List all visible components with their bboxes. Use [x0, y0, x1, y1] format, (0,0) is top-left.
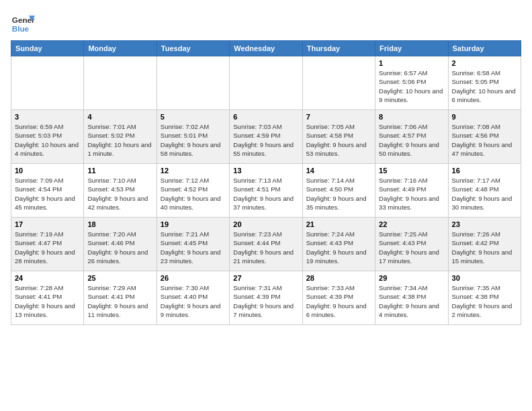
col-header-wednesday: Wednesday — [230, 41, 302, 56]
calendar-cell: 9Sunrise: 7:08 AM Sunset: 4:56 PM Daylig… — [448, 110, 521, 164]
calendar-cell: 28Sunrise: 7:33 AM Sunset: 4:39 PM Dayli… — [302, 271, 375, 325]
day-info: Sunrise: 6:58 AM Sunset: 5:05 PM Dayligh… — [452, 68, 517, 104]
calendar-week-3: 10Sunrise: 7:09 AM Sunset: 4:54 PM Dayli… — [11, 164, 521, 218]
calendar-cell: 15Sunrise: 7:16 AM Sunset: 4:49 PM Dayli… — [375, 164, 448, 218]
calendar-cell: 8Sunrise: 7:06 AM Sunset: 4:57 PM Daylig… — [375, 110, 448, 164]
day-info: Sunrise: 7:09 AM Sunset: 4:54 PM Dayligh… — [15, 176, 80, 212]
day-info: Sunrise: 7:17 AM Sunset: 4:48 PM Dayligh… — [452, 176, 517, 212]
col-header-saturday: Saturday — [448, 41, 521, 56]
calendar-cell: 20Sunrise: 7:23 AM Sunset: 4:44 PM Dayli… — [230, 218, 302, 271]
logo-icon: General Blue — [11, 11, 35, 35]
calendar-cell: 30Sunrise: 7:35 AM Sunset: 4:38 PM Dayli… — [448, 271, 521, 325]
calendar-cell — [84, 56, 157, 110]
calendar-cell: 12Sunrise: 7:12 AM Sunset: 4:52 PM Dayli… — [157, 164, 229, 218]
calendar-cell: 5Sunrise: 7:02 AM Sunset: 5:01 PM Daylig… — [157, 110, 229, 164]
day-number: 9 — [452, 113, 517, 121]
calendar-table: SundayMondayTuesdayWednesdayThursdayFrid… — [11, 40, 521, 325]
day-info: Sunrise: 7:29 AM Sunset: 4:41 PM Dayligh… — [87, 283, 152, 319]
calendar-cell: 26Sunrise: 7:30 AM Sunset: 4:40 PM Dayli… — [157, 271, 229, 325]
day-number: 13 — [233, 167, 298, 175]
calendar-cell — [157, 56, 229, 110]
day-number: 11 — [87, 167, 152, 175]
calendar-cell: 7Sunrise: 7:05 AM Sunset: 4:58 PM Daylig… — [302, 110, 375, 164]
day-number: 29 — [379, 274, 444, 282]
day-number: 26 — [161, 274, 226, 282]
day-number: 15 — [379, 167, 444, 175]
day-info: Sunrise: 7:01 AM Sunset: 5:02 PM Dayligh… — [87, 122, 152, 158]
day-info: Sunrise: 7:34 AM Sunset: 4:38 PM Dayligh… — [379, 283, 444, 319]
day-number: 24 — [15, 274, 80, 282]
calendar-cell: 1Sunrise: 6:57 AM Sunset: 5:06 PM Daylig… — [375, 56, 448, 110]
day-number: 1 — [379, 59, 444, 67]
day-info: Sunrise: 6:57 AM Sunset: 5:06 PM Dayligh… — [379, 68, 444, 104]
calendar-cell: 2Sunrise: 6:58 AM Sunset: 5:05 PM Daylig… — [448, 56, 521, 110]
day-number: 18 — [87, 220, 152, 228]
day-info: Sunrise: 7:28 AM Sunset: 4:41 PM Dayligh… — [15, 283, 80, 319]
day-number: 7 — [306, 113, 371, 121]
day-info: Sunrise: 7:02 AM Sunset: 5:01 PM Dayligh… — [161, 122, 226, 158]
day-number: 4 — [87, 113, 152, 121]
calendar-cell: 19Sunrise: 7:21 AM Sunset: 4:45 PM Dayli… — [157, 218, 229, 271]
day-info: Sunrise: 7:31 AM Sunset: 4:39 PM Dayligh… — [233, 283, 298, 319]
day-number: 6 — [233, 113, 298, 121]
day-info: Sunrise: 7:21 AM Sunset: 4:45 PM Dayligh… — [161, 230, 226, 265]
day-info: Sunrise: 7:05 AM Sunset: 4:58 PM Dayligh… — [306, 122, 371, 158]
col-header-tuesday: Tuesday — [157, 41, 229, 56]
day-number: 10 — [15, 167, 80, 175]
calendar-cell: 14Sunrise: 7:14 AM Sunset: 4:50 PM Dayli… — [302, 164, 375, 218]
calendar-cell: 18Sunrise: 7:20 AM Sunset: 4:46 PM Dayli… — [84, 218, 157, 271]
day-info: Sunrise: 7:26 AM Sunset: 4:42 PM Dayligh… — [452, 230, 517, 265]
calendar-week-2: 3Sunrise: 6:59 AM Sunset: 5:03 PM Daylig… — [11, 110, 521, 164]
day-info: Sunrise: 7:08 AM Sunset: 4:56 PM Dayligh… — [452, 122, 517, 158]
calendar-cell — [11, 56, 84, 110]
day-number: 25 — [87, 274, 152, 282]
day-number: 14 — [306, 167, 371, 175]
day-info: Sunrise: 7:10 AM Sunset: 4:53 PM Dayligh… — [87, 176, 152, 212]
day-info: Sunrise: 7:23 AM Sunset: 4:44 PM Dayligh… — [233, 230, 298, 265]
day-info: Sunrise: 7:19 AM Sunset: 4:47 PM Dayligh… — [15, 230, 80, 265]
page-header: General Blue — [11, 11, 521, 35]
day-number: 28 — [306, 274, 371, 282]
calendar-cell: 6Sunrise: 7:03 AM Sunset: 4:59 PM Daylig… — [230, 110, 302, 164]
day-number: 8 — [379, 113, 444, 121]
day-info: Sunrise: 7:12 AM Sunset: 4:52 PM Dayligh… — [161, 176, 226, 212]
day-info: Sunrise: 7:03 AM Sunset: 4:59 PM Dayligh… — [233, 122, 298, 158]
col-header-sunday: Sunday — [11, 41, 84, 56]
calendar-cell: 25Sunrise: 7:29 AM Sunset: 4:41 PM Dayli… — [84, 271, 157, 325]
day-number: 19 — [161, 220, 226, 228]
svg-text:Blue: Blue — [12, 24, 30, 33]
calendar-cell: 29Sunrise: 7:34 AM Sunset: 4:38 PM Dayli… — [375, 271, 448, 325]
day-number: 2 — [452, 59, 517, 67]
calendar-cell: 4Sunrise: 7:01 AM Sunset: 5:02 PM Daylig… — [84, 110, 157, 164]
day-number: 22 — [379, 220, 444, 228]
calendar-cell: 23Sunrise: 7:26 AM Sunset: 4:42 PM Dayli… — [448, 218, 521, 271]
calendar-cell: 16Sunrise: 7:17 AM Sunset: 4:48 PM Dayli… — [448, 164, 521, 218]
calendar-cell: 22Sunrise: 7:25 AM Sunset: 4:43 PM Dayli… — [375, 218, 448, 271]
day-info: Sunrise: 7:20 AM Sunset: 4:46 PM Dayligh… — [87, 230, 152, 265]
day-number: 27 — [233, 274, 298, 282]
calendar-header-row: SundayMondayTuesdayWednesdayThursdayFrid… — [11, 41, 521, 56]
calendar-cell: 13Sunrise: 7:13 AM Sunset: 4:51 PM Dayli… — [230, 164, 302, 218]
day-info: Sunrise: 6:59 AM Sunset: 5:03 PM Dayligh… — [15, 122, 80, 158]
col-header-thursday: Thursday — [302, 41, 375, 56]
day-number: 21 — [306, 220, 371, 228]
calendar-cell: 17Sunrise: 7:19 AM Sunset: 4:47 PM Dayli… — [11, 218, 84, 271]
calendar-cell: 27Sunrise: 7:31 AM Sunset: 4:39 PM Dayli… — [230, 271, 302, 325]
day-info: Sunrise: 7:16 AM Sunset: 4:49 PM Dayligh… — [379, 176, 444, 212]
day-number: 3 — [15, 113, 80, 121]
calendar-cell: 10Sunrise: 7:09 AM Sunset: 4:54 PM Dayli… — [11, 164, 84, 218]
calendar-cell — [230, 56, 302, 110]
day-number: 16 — [452, 167, 517, 175]
calendar-cell: 24Sunrise: 7:28 AM Sunset: 4:41 PM Dayli… — [11, 271, 84, 325]
day-number: 12 — [161, 167, 226, 175]
day-info: Sunrise: 7:06 AM Sunset: 4:57 PM Dayligh… — [379, 122, 444, 158]
calendar-cell: 3Sunrise: 6:59 AM Sunset: 5:03 PM Daylig… — [11, 110, 84, 164]
col-header-friday: Friday — [375, 41, 448, 56]
col-header-monday: Monday — [84, 41, 157, 56]
calendar-cell: 11Sunrise: 7:10 AM Sunset: 4:53 PM Dayli… — [84, 164, 157, 218]
calendar-cell: 21Sunrise: 7:24 AM Sunset: 4:43 PM Dayli… — [302, 218, 375, 271]
calendar-week-1: 1Sunrise: 6:57 AM Sunset: 5:06 PM Daylig… — [11, 56, 521, 110]
logo: General Blue — [11, 11, 35, 35]
day-number: 30 — [452, 274, 517, 282]
day-info: Sunrise: 7:33 AM Sunset: 4:39 PM Dayligh… — [306, 283, 371, 319]
